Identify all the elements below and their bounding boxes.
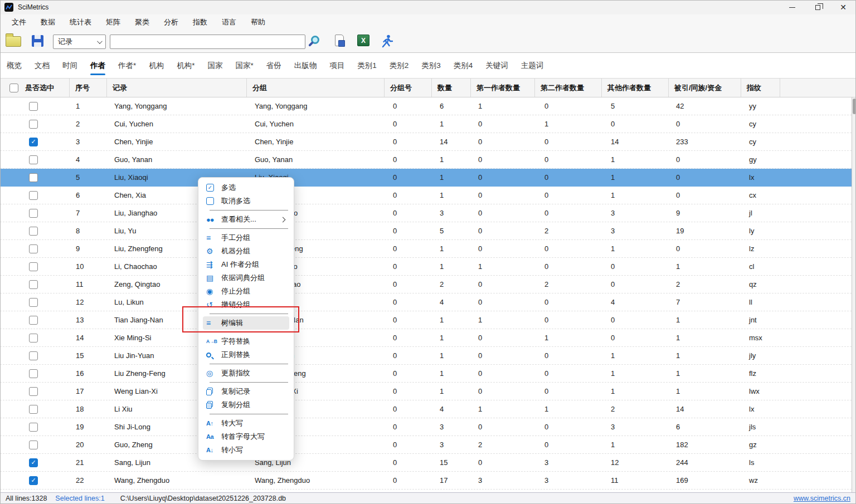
context-menu-item[interactable]: 取消多选 bbox=[203, 194, 289, 208]
column-header-other[interactable]: 其他作者数量 bbox=[602, 79, 669, 97]
row-select-cell[interactable] bbox=[0, 365, 70, 382]
row-checkbox[interactable] bbox=[29, 102, 38, 111]
row-select-cell[interactable] bbox=[0, 97, 70, 115]
table-row[interactable]: 17Weng Lian-XiWeng Lian-Xi010011lwx bbox=[0, 383, 852, 400]
row-select-cell[interactable] bbox=[0, 400, 70, 418]
row-checkbox[interactable]: ✓ bbox=[29, 458, 38, 467]
row-checkbox[interactable] bbox=[29, 262, 38, 271]
tab-国家[interactable]: 国家 bbox=[208, 53, 223, 78]
table-row[interactable]: ✓22Wang, ZhengduoWang, Zhengduo017331116… bbox=[0, 472, 852, 490]
row-select-cell[interactable] bbox=[0, 418, 70, 436]
select-all-checkbox[interactable] bbox=[9, 84, 18, 92]
row-checkbox[interactable]: ✓ bbox=[29, 476, 38, 485]
tab-项目[interactable]: 项目 bbox=[329, 53, 344, 78]
column-header-fp[interactable]: 指纹 bbox=[741, 79, 780, 97]
context-menu-item[interactable]: ≡手工分组 bbox=[203, 231, 289, 244]
tab-机构[interactable]: 机构 bbox=[149, 53, 164, 78]
context-menu-item[interactable]: 复制记录 bbox=[203, 385, 289, 398]
table-row[interactable]: 5Liu, XiaoqiLiu, Xiaoqi010010lx bbox=[0, 169, 852, 187]
table-row[interactable]: ✓3Chen, YinjieChen, Yinjie0140014233cy bbox=[0, 133, 852, 151]
save-icon[interactable] bbox=[32, 35, 43, 47]
minimize-button[interactable] bbox=[779, 0, 805, 14]
tab-概览[interactable]: 概览 bbox=[7, 53, 22, 78]
table-row[interactable]: ✓21Sang, LijunSang, Lijun0150312244ls bbox=[0, 454, 852, 472]
row-select-cell[interactable] bbox=[0, 151, 70, 168]
tab-时间[interactable]: 时间 bbox=[62, 53, 77, 78]
row-checkbox[interactable] bbox=[29, 244, 38, 253]
row-checkbox[interactable]: ✓ bbox=[29, 138, 38, 146]
row-checkbox[interactable] bbox=[29, 173, 38, 182]
column-header-group[interactable]: 分组 bbox=[247, 79, 385, 97]
table-row[interactable]: 20Guo, ZhengGuo, Zheng03201182gz bbox=[0, 436, 852, 454]
row-select-cell[interactable] bbox=[0, 240, 70, 257]
row-checkbox[interactable] bbox=[29, 316, 38, 325]
menubar-item[interactable]: 语言 bbox=[218, 16, 240, 29]
context-menu-item[interactable]: A↑转大写 bbox=[203, 417, 289, 430]
tab-作者*[interactable]: 作者* bbox=[118, 53, 136, 78]
row-select-cell[interactable] bbox=[0, 169, 70, 186]
table-row[interactable]: 19Shi Ji-LongShi Ji-Long030036jls bbox=[0, 418, 852, 436]
context-menu-item[interactable]: 复制分组 bbox=[203, 398, 289, 412]
table-row[interactable]: 9Liu, ZhengfengLiu, Zhengfeng010010lz bbox=[0, 240, 852, 258]
row-select-cell[interactable] bbox=[0, 311, 70, 329]
context-menu-item[interactable]: A↓转小写 bbox=[203, 443, 289, 457]
table-row[interactable]: 14Xie Ming-SiXie Ming-Si010101msx bbox=[0, 329, 852, 347]
vertical-scrollbar[interactable] bbox=[852, 97, 856, 492]
menubar-item[interactable]: 统计表 bbox=[66, 16, 95, 29]
row-select-cell[interactable] bbox=[0, 222, 70, 239]
row-checkbox[interactable] bbox=[29, 155, 38, 164]
context-menu-item[interactable]: ⇶AI 作者分组 bbox=[203, 258, 289, 271]
row-select-cell[interactable]: ✓ bbox=[0, 133, 70, 150]
row-select-cell[interactable]: ✓ bbox=[0, 454, 70, 471]
tab-机构*[interactable]: 机构* bbox=[177, 53, 194, 78]
menubar-item[interactable]: 文件 bbox=[8, 16, 30, 29]
row-select-cell[interactable] bbox=[0, 204, 70, 222]
tab-类别2[interactable]: 类别2 bbox=[390, 53, 409, 78]
tab-关键词[interactable]: 关键词 bbox=[485, 53, 508, 78]
search-input[interactable] bbox=[110, 35, 305, 49]
context-menu-item[interactable]: ◉停止分组 bbox=[203, 285, 289, 298]
table-row[interactable]: 16Liu Zheng-FengLiu Zheng-Feng010011flz bbox=[0, 365, 852, 383]
row-checkbox[interactable] bbox=[29, 334, 38, 342]
context-menu-item[interactable]: ▤依据词典分组 bbox=[203, 271, 289, 285]
website-link[interactable]: www.scimetrics.cn bbox=[794, 495, 850, 502]
row-checkbox[interactable] bbox=[29, 423, 38, 432]
table-row[interactable]: 7Liu, JianghaoLiu, Jianghao030039jl bbox=[0, 204, 852, 222]
tab-类别1[interactable]: 类别1 bbox=[357, 53, 377, 78]
row-checkbox[interactable] bbox=[29, 369, 38, 378]
menubar-item[interactable]: 数据 bbox=[37, 16, 59, 29]
column-header-first[interactable]: 第一作者数量 bbox=[471, 79, 535, 97]
table-row[interactable]: 2Cui, YuchenCui, Yuchen010100cy bbox=[0, 115, 852, 133]
row-select-cell[interactable]: ✓ bbox=[0, 472, 70, 489]
table-row[interactable]: 13Tian Jiang-NanTian Jiang-Nan011001jnt bbox=[0, 311, 852, 329]
row-checkbox[interactable] bbox=[29, 405, 38, 414]
open-folder-icon[interactable] bbox=[6, 36, 21, 47]
row-checkbox[interactable] bbox=[29, 441, 38, 449]
table-row[interactable]: 10Li, ChaochaoLi, Chaochao011001cl bbox=[0, 258, 852, 276]
menubar-item[interactable]: 帮助 bbox=[247, 16, 269, 29]
row-checkbox[interactable] bbox=[29, 209, 38, 218]
table-row[interactable]: 6Chen, XiaChen, Xia010010cx bbox=[0, 187, 852, 204]
run-icon[interactable] bbox=[381, 34, 394, 48]
tab-出版物[interactable]: 出版物 bbox=[294, 53, 317, 78]
menubar-item[interactable]: 指数 bbox=[189, 16, 211, 29]
table-row[interactable]: 15Liu Jin-YuanLiu Jin-Yuan010011jly bbox=[0, 347, 852, 365]
row-select-cell[interactable] bbox=[0, 258, 70, 275]
row-checkbox[interactable] bbox=[29, 191, 38, 200]
context-menu-item[interactable]: Aa转首字母大写 bbox=[203, 430, 289, 443]
tab-类别3[interactable]: 类别3 bbox=[421, 53, 441, 78]
row-select-cell[interactable] bbox=[0, 347, 70, 364]
column-header-cited[interactable]: 被引/同族/资金 bbox=[669, 79, 741, 97]
column-header-num[interactable]: 序号 bbox=[70, 79, 107, 97]
menubar-item[interactable]: 聚类 bbox=[132, 16, 153, 29]
tab-类别4[interactable]: 类别4 bbox=[454, 53, 473, 78]
row-checkbox[interactable] bbox=[29, 227, 38, 236]
search-scope-dropdown[interactable]: 记录 bbox=[53, 35, 106, 49]
row-select-cell[interactable] bbox=[0, 187, 70, 204]
menubar-item[interactable]: 矩阵 bbox=[103, 16, 124, 29]
tab-主题词[interactable]: 主题词 bbox=[521, 53, 544, 78]
table-row[interactable]: 8Liu, YuLiu, Yu0502319ly bbox=[0, 222, 852, 240]
column-header-select[interactable]: 是否选中 bbox=[0, 79, 70, 97]
row-select-cell[interactable] bbox=[0, 383, 70, 400]
context-menu-item[interactable]: A→B字符替换 bbox=[203, 335, 289, 348]
